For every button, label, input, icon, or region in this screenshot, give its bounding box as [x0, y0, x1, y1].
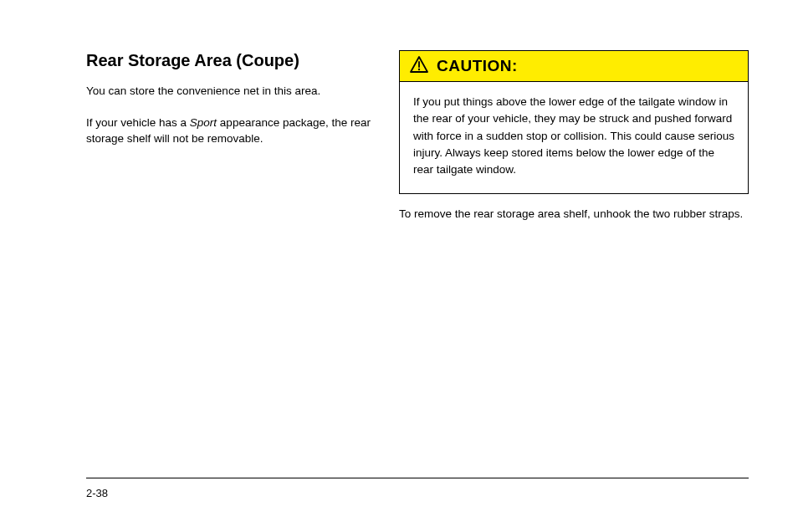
caution-header: CAUTION:: [400, 51, 748, 82]
caution-label: CAUTION:: [437, 57, 518, 75]
caution-box: CAUTION: If you put things above the low…: [399, 50, 749, 194]
left-paragraph-1: You can store the convenience net in thi…: [86, 83, 380, 100]
warning-triangle-icon: [410, 56, 428, 76]
section-heading: Rear Storage Area (Coupe): [86, 50, 380, 71]
right-paragraph-1: To remove the rear storage area shelf, u…: [399, 206, 749, 223]
left-paragraph-2: If your vehicle has a Sport appearance p…: [86, 115, 380, 147]
svg-point-2: [418, 69, 420, 70]
page-number: 2-38: [86, 487, 108, 499]
left-p2-emphasis: Sport: [190, 116, 217, 129]
footer-rule: [86, 478, 749, 478]
right-column: CAUTION: If you put things above the low…: [399, 50, 749, 238]
left-p2-part-a: If your vehicle has a: [86, 116, 190, 129]
caution-body-text: If you put things above the lower edge o…: [400, 82, 748, 193]
page: Rear Storage Area (Coupe) You can store …: [0, 0, 798, 532]
left-column: Rear Storage Area (Coupe) You can store …: [86, 50, 380, 162]
